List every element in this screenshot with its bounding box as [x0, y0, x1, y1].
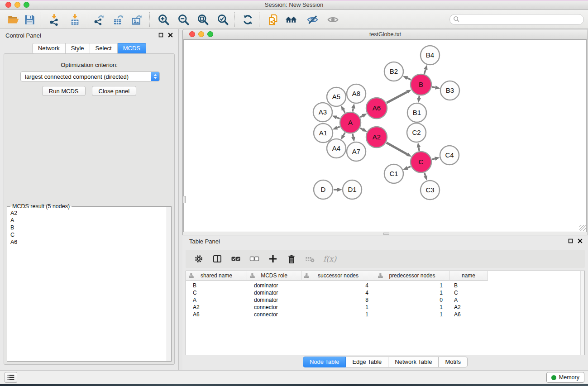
graph-node-C[interactable]: C [411, 152, 431, 172]
graph-edge-A6-B[interactable] [387, 92, 407, 103]
import-table-icon[interactable] [68, 13, 81, 26]
divider-grip[interactable] [383, 233, 389, 235]
add-column-icon[interactable] [268, 253, 278, 264]
graph-edge-C-C1[interactable] [407, 167, 411, 168]
graph-node-A5[interactable]: A5 [327, 87, 346, 106]
table-cell: 4 [301, 290, 375, 296]
table-settings-icon[interactable] [193, 253, 204, 264]
graph-edge-B-B3[interactable] [432, 87, 435, 87]
search-input[interactable] [449, 14, 584, 25]
graph-edge-A-A6[interactable] [360, 116, 363, 117]
criterion-dropdown[interactable]: largest connected component (directed) [20, 71, 160, 81]
open-session-icon[interactable] [6, 13, 20, 26]
table-row[interactable]: A6connector11A6 [186, 311, 584, 318]
graph-node-B3[interactable]: B3 [440, 81, 459, 100]
result-scrollbar[interactable] [167, 207, 171, 361]
clear-table-icon[interactable] [305, 253, 316, 264]
save-session-icon[interactable] [23, 13, 36, 26]
table-scrollbar[interactable] [580, 271, 584, 355]
tab-select[interactable]: Select [90, 43, 118, 54]
graph-edge-A-A5[interactable] [344, 110, 345, 113]
graph-edge-A-A3[interactable] [337, 118, 340, 119]
table-row[interactable]: Cdominator41C [186, 289, 584, 296]
graph-node-B1[interactable]: B1 [407, 103, 426, 122]
zoom-fit-icon[interactable] [196, 13, 210, 26]
column-header-successor-nodes[interactable]: successor nodes [301, 271, 375, 281]
column-header-shared-name[interactable]: shared name [186, 271, 247, 281]
graph-node-D1[interactable]: D1 [343, 180, 362, 199]
tab-network-table[interactable]: Network Table [388, 357, 439, 367]
graph-node-A3[interactable]: A3 [313, 103, 332, 122]
run-mcds-button[interactable]: Run MCDS [42, 86, 86, 96]
resize-grip-icon[interactable] [579, 225, 586, 231]
select-all-rows-icon[interactable] [230, 253, 241, 264]
task-history-button[interactable] [5, 372, 17, 383]
graph-edge-C-C3[interactable] [425, 173, 425, 176]
network-canvas[interactable]: B4B2BB3A8A5A6A3B1AC2A1A2A4A7C4CC1C3DD1 [183, 39, 587, 232]
graph-edge-C-C4[interactable] [432, 159, 435, 160]
hide-graphics-details-icon[interactable] [306, 13, 319, 26]
graph-edge-A-A2[interactable] [360, 128, 363, 129]
tab-mcds[interactable]: MCDS [118, 43, 146, 54]
home-layout-icon[interactable] [284, 13, 298, 26]
divider-grip[interactable] [182, 196, 186, 203]
graph-node-C1[interactable]: C1 [384, 164, 403, 183]
graph-node-A7[interactable]: A7 [347, 142, 366, 161]
graph-edge-A2-C[interactable] [387, 143, 407, 154]
graph-node-A1[interactable]: A1 [314, 124, 333, 143]
column-header-name[interactable]: name [449, 271, 488, 281]
table-row[interactable]: Bdominator41B [186, 282, 584, 289]
split-table-view-icon[interactable] [212, 253, 223, 264]
tab-edge-table[interactable]: Edge Table [346, 357, 388, 367]
float-panel-icon[interactable] [158, 33, 163, 38]
graph-edge-B-B1[interactable] [419, 96, 420, 98]
graph-node-C3[interactable]: C3 [421, 181, 440, 200]
tab-style[interactable]: Style [66, 43, 90, 54]
refresh-view-icon[interactable] [241, 13, 254, 26]
graph-node-B[interactable]: B [411, 74, 431, 95]
column-header-mcds-role[interactable]: MCDS role [247, 271, 301, 281]
export-network-icon[interactable] [92, 13, 105, 26]
tab-motifs[interactable]: Motifs [439, 357, 468, 367]
close-panel-icon[interactable] [168, 33, 173, 38]
zoom-selected-icon[interactable] [216, 13, 229, 26]
table-row[interactable]: A2connector11A2 [186, 304, 584, 311]
graph-node-A[interactable]: A [340, 112, 361, 133]
graph-node-B2[interactable]: B2 [384, 62, 403, 81]
export-image-icon[interactable] [130, 13, 143, 26]
tab-node-table[interactable]: Node Table [303, 357, 346, 367]
graph-node-C4[interactable]: C4 [440, 146, 459, 165]
memory-button[interactable]: Memory [546, 372, 584, 383]
close-panel-button[interactable]: Close panel [92, 86, 137, 96]
table-row[interactable]: Adominator80A [186, 296, 584, 304]
graph-edge-C-C2[interactable] [419, 148, 419, 151]
graph-edge-B-B2[interactable] [407, 78, 411, 80]
graph-edge-A-A1[interactable] [337, 127, 340, 128]
float-panel-icon[interactable] [568, 238, 573, 243]
show-graphics-details-icon[interactable] [326, 13, 339, 26]
graph-edge-A-A7[interactable] [353, 134, 353, 137]
zoom-out-icon[interactable] [177, 13, 190, 26]
graph-edge-A-A8[interactable] [353, 108, 353, 111]
table-cell: A [449, 297, 488, 303]
deselect-all-rows-icon[interactable] [249, 253, 260, 264]
graph-node-C2[interactable]: C2 [407, 123, 426, 142]
network-document-icon[interactable] [266, 13, 280, 26]
graph-node-B4[interactable]: B4 [421, 46, 440, 65]
graph-node-A6[interactable]: A6 [366, 98, 387, 119]
graph-node-D[interactable]: D [314, 180, 333, 199]
column-header-predecessor-nodes[interactable]: predecessor nodes [375, 271, 449, 281]
graph-node-A2[interactable]: A2 [366, 127, 387, 148]
graph-edge-A-A4[interactable] [344, 133, 345, 135]
import-network-icon[interactable] [47, 13, 61, 26]
graph-node-A4[interactable]: A4 [327, 139, 346, 158]
export-table-icon[interactable] [111, 13, 125, 26]
tab-network[interactable]: Network [32, 43, 66, 54]
delete-columns-icon[interactable] [286, 253, 297, 264]
apply-function-icon[interactable]: f(x) [323, 254, 336, 263]
graph-edge-B-B4[interactable] [424, 70, 425, 74]
control-panel-tabs: NetworkStyleSelectMCDS [0, 43, 178, 54]
zoom-in-icon[interactable] [157, 13, 170, 26]
close-panel-icon[interactable] [578, 238, 583, 243]
graph-node-A8[interactable]: A8 [347, 84, 366, 103]
